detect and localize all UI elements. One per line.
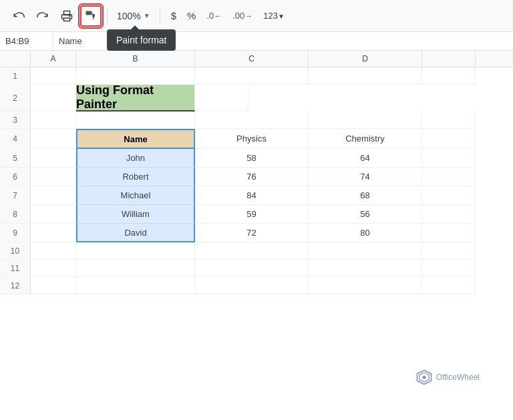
chemistry-9: 80: [360, 228, 369, 238]
cell-a6[interactable]: [31, 168, 76, 186]
svg-rect-3: [86, 11, 92, 15]
cell-e5[interactable]: [422, 149, 476, 168]
grid-row-7: 7 Michael 84 68: [0, 186, 513, 205]
name-5: John: [126, 153, 145, 163]
cell-reference: B4:B9: [0, 32, 53, 50]
cell-e1[interactable]: [422, 67, 476, 85]
row-num-3: 3: [0, 112, 31, 129]
cell-c10[interactable]: [195, 242, 309, 260]
cell-a3[interactable]: [31, 112, 76, 129]
cell-b11[interactable]: [76, 260, 195, 277]
cell-d6[interactable]: 74: [309, 168, 422, 186]
cell-b12[interactable]: [76, 277, 195, 294]
percent-button[interactable]: %: [184, 9, 198, 23]
cell-b1[interactable]: [76, 67, 195, 85]
grid-body: 1 2 Using Format Painter 3 4: [0, 67, 513, 420]
cell-c4-physics-header[interactable]: Physics: [195, 129, 309, 149]
row-num-2: 2: [0, 85, 31, 112]
cell-d5[interactable]: 64: [309, 149, 422, 168]
row-num-4: 4: [0, 129, 31, 149]
cell-c3[interactable]: [195, 112, 309, 129]
row-num-10: 10: [0, 242, 31, 260]
row-num-8: 8: [0, 205, 31, 224]
row-num-9: 9: [0, 224, 31, 242]
decimal-decrease-button[interactable]: .0←: [204, 9, 224, 22]
cell-c6[interactable]: 76: [195, 168, 309, 186]
cell-b9[interactable]: David: [76, 224, 195, 242]
grid-row-5: 5 John 58 64: [0, 149, 513, 168]
undo-button[interactable]: [8, 5, 29, 27]
chemistry-header: Chemistry: [345, 134, 385, 144]
cell-d9[interactable]: 80: [309, 224, 422, 242]
cell-e8[interactable]: [422, 205, 476, 224]
cell-c1[interactable]: [195, 67, 309, 85]
cell-c9[interactable]: 72: [195, 224, 309, 242]
cell-d10[interactable]: [309, 242, 422, 260]
cell-e11[interactable]: [422, 260, 476, 277]
cell-a2[interactable]: [31, 85, 76, 112]
cell-e12[interactable]: [422, 277, 476, 294]
spreadsheet-title: Using Format Painter: [76, 85, 194, 112]
cell-e7[interactable]: [422, 186, 476, 205]
cell-e2[interactable]: [195, 85, 248, 112]
currency-button[interactable]: $: [168, 9, 179, 23]
cell-c5[interactable]: 58: [195, 149, 309, 168]
cell-d11[interactable]: [309, 260, 422, 277]
cell-a7[interactable]: [31, 186, 76, 205]
cell-c12[interactable]: [195, 277, 309, 294]
name-8: William: [122, 209, 150, 219]
print-button[interactable]: [56, 5, 77, 27]
cell-e9[interactable]: [422, 224, 476, 242]
cell-a5[interactable]: [31, 149, 76, 168]
separator-2: [160, 8, 160, 24]
cell-b4-name-header[interactable]: Name: [76, 129, 195, 149]
cell-a12[interactable]: [31, 277, 76, 294]
row-num-11: 11: [0, 260, 31, 277]
cell-a4[interactable]: [31, 129, 76, 149]
cell-a1[interactable]: [31, 67, 76, 85]
title-cell[interactable]: Using Format Painter: [76, 85, 195, 112]
cell-b6[interactable]: Robert: [76, 168, 195, 186]
watermark-text: OfficeWheel: [436, 373, 480, 382]
cell-b8[interactable]: William: [76, 205, 195, 224]
svg-point-6: [422, 375, 425, 379]
cell-a11[interactable]: [31, 260, 76, 277]
row-num-7: 7: [0, 186, 31, 205]
cell-d3[interactable]: [309, 112, 422, 129]
decimal-increase-button[interactable]: .00→: [230, 9, 255, 22]
cell-d8[interactable]: 56: [309, 205, 422, 224]
spreadsheet: A B C D 1 2 Using Format Painter 3: [0, 51, 513, 420]
cell-a10[interactable]: [31, 242, 76, 260]
row-num-header: [0, 51, 31, 67]
cell-e6[interactable]: [422, 168, 476, 186]
cell-d4-chemistry-header[interactable]: Chemistry: [309, 129, 422, 149]
physics-5: 58: [246, 153, 256, 163]
cell-b7[interactable]: Michael: [76, 186, 195, 205]
cell-a9[interactable]: [31, 224, 76, 242]
grid-row-2: 2 Using Format Painter: [0, 85, 513, 112]
cell-b5[interactable]: John: [76, 149, 195, 168]
grid-row-3: 3: [0, 112, 513, 129]
cell-d1[interactable]: [309, 67, 422, 85]
physics-6: 76: [246, 172, 256, 182]
paint-format-button[interactable]: [80, 5, 102, 27]
redo-button[interactable]: [32, 5, 53, 27]
svg-rect-0: [64, 18, 70, 21]
cell-e4[interactable]: [422, 129, 476, 149]
cell-c11[interactable]: [195, 260, 309, 277]
cell-b10[interactable]: [76, 242, 195, 260]
physics-header: Physics: [236, 134, 267, 144]
cell-b3[interactable]: [76, 112, 195, 129]
zoom-control[interactable]: 100% ▼: [113, 8, 154, 24]
cell-c8[interactable]: 59: [195, 205, 309, 224]
cell-e10[interactable]: [422, 242, 476, 260]
cell-a8[interactable]: [31, 205, 76, 224]
name-7: Michael: [121, 190, 151, 200]
cell-c7[interactable]: 84: [195, 186, 309, 205]
more-formats-button[interactable]: 123▼: [261, 9, 287, 22]
grid-row-9: 9 David 72 80: [0, 224, 513, 242]
column-header-row: A B C D: [0, 51, 513, 67]
cell-d7[interactable]: 68: [309, 186, 422, 205]
cell-e3[interactable]: [422, 112, 476, 129]
cell-d12[interactable]: [309, 277, 422, 294]
